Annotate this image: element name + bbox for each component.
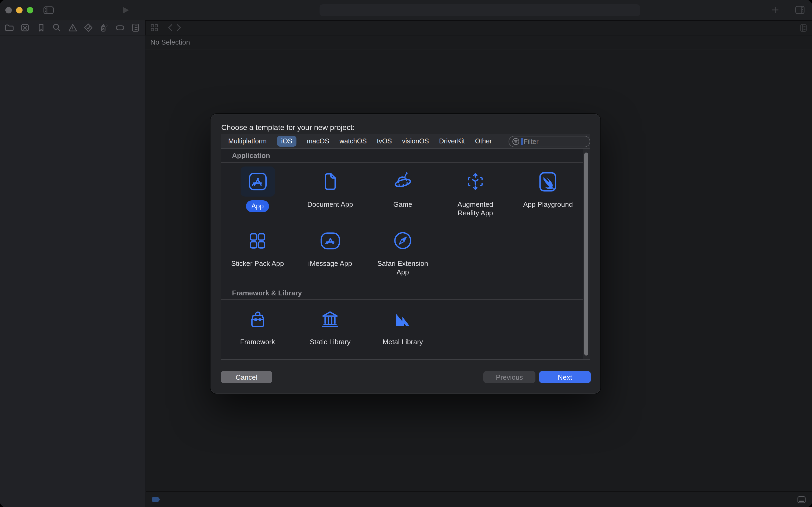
tab-other[interactable]: Other xyxy=(475,137,492,145)
reports-icon[interactable] xyxy=(131,23,140,32)
template-item-app[interactable]: App xyxy=(221,167,294,217)
filter-icon xyxy=(512,138,519,145)
breakpoint-indicator-icon[interactable] xyxy=(152,497,161,502)
bookmarks-icon[interactable] xyxy=(37,23,46,32)
sticker-grid-icon xyxy=(249,232,266,249)
inspector-toggle-icon[interactable] xyxy=(795,6,805,14)
close-button[interactable] xyxy=(5,7,12,13)
cancel-button[interactable]: Cancel xyxy=(221,371,272,383)
library-building-icon xyxy=(321,311,340,328)
template-item-sticker-pack-app[interactable]: Sticker Pack App xyxy=(221,226,294,276)
back-icon[interactable] xyxy=(168,24,172,31)
swift-bird-icon xyxy=(539,172,557,191)
template-label: App Playground xyxy=(523,200,573,209)
template-item-game[interactable]: Game xyxy=(366,167,439,217)
template-label: Sticker Pack App xyxy=(231,260,284,268)
breakpoints-icon[interactable] xyxy=(115,23,124,32)
template-item-framework[interactable]: Framework xyxy=(221,304,294,346)
debug-bar xyxy=(146,492,812,507)
issues-icon[interactable] xyxy=(68,23,77,32)
template-item-app-playground[interactable]: App Playground xyxy=(512,167,584,217)
template-label: Document App xyxy=(307,200,353,209)
template-item-document-app[interactable]: Document App xyxy=(294,167,366,217)
template-row-3: Framework Static Library xyxy=(221,304,584,346)
tab-tvos[interactable]: tvOS xyxy=(377,137,392,145)
ar-cube-icon xyxy=(466,172,485,191)
safari-compass-icon xyxy=(394,231,412,250)
tests-icon[interactable] xyxy=(84,23,93,32)
related-items-icon[interactable] xyxy=(151,24,158,31)
template-item-safari-extension-app[interactable]: Safari Extension App xyxy=(366,226,439,276)
section-header-application: Application xyxy=(221,149,584,163)
template-item-imessage-app[interactable]: iMessage App xyxy=(294,226,366,276)
editor-options-icon[interactable] xyxy=(800,24,807,32)
template-box: Multiplatform iOS macOS watchOS tvOS vis… xyxy=(221,134,590,360)
screen: No Selection Choose a template for your … xyxy=(0,0,812,507)
template-list: Application App xyxy=(221,149,584,359)
template-row-1: App Document App xyxy=(221,167,584,217)
window-toolbar xyxy=(0,0,812,21)
app-store-squircle-icon xyxy=(320,232,341,249)
ufo-icon xyxy=(391,172,415,191)
toolbox-icon xyxy=(248,310,267,328)
metal-m-icon xyxy=(393,311,412,328)
add-icon[interactable] xyxy=(772,6,779,13)
next-button[interactable]: Next xyxy=(539,371,591,383)
template-label: Safari Extension App xyxy=(373,260,433,276)
navigator-tab-strip xyxy=(0,20,146,36)
tab-driverkit[interactable]: DriverKit xyxy=(439,137,465,145)
filter-input[interactable] xyxy=(524,138,577,145)
text-caret xyxy=(521,138,523,145)
dialog-title: Choose a template for your new project: xyxy=(221,123,355,131)
template-label: Augmented Reality App xyxy=(452,200,499,217)
traffic-lights xyxy=(5,7,33,13)
sidebar-toggle-icon[interactable] xyxy=(44,6,54,14)
forward-icon[interactable] xyxy=(177,24,181,31)
project-navigator-icon[interactable] xyxy=(5,23,14,32)
app-store-icon xyxy=(248,172,267,191)
tab-watchos[interactable]: watchOS xyxy=(339,137,366,145)
toolbar-separator xyxy=(163,24,163,31)
template-label: Framework xyxy=(240,338,275,346)
activity-view xyxy=(320,4,640,16)
template-row-2: Sticker Pack App iMessage App xyxy=(221,226,584,276)
breadcrumb-text: No Selection xyxy=(151,38,190,46)
section-header-framework-library: Framework & Library xyxy=(221,286,584,300)
debug-area-toggle-icon[interactable] xyxy=(798,496,806,503)
run-button[interactable] xyxy=(122,6,129,14)
tab-visionos[interactable]: visionOS xyxy=(402,137,429,145)
scrollbar-track[interactable] xyxy=(583,149,590,359)
minimize-button[interactable] xyxy=(16,7,22,13)
scrollbar-thumb[interactable] xyxy=(584,153,588,355)
template-label: iMessage App xyxy=(308,260,352,268)
tab-ios[interactable]: iOS xyxy=(277,136,297,147)
navigator-sidebar xyxy=(0,36,146,507)
template-item-static-library[interactable]: Static Library xyxy=(294,304,366,346)
source-control-icon[interactable] xyxy=(21,23,30,32)
previous-button[interactable]: Previous xyxy=(483,371,535,383)
filter-field[interactable] xyxy=(509,136,590,147)
template-label: Game xyxy=(393,200,412,209)
debug-spray-icon[interactable] xyxy=(100,23,109,32)
xcode-window: No Selection Choose a template for your … xyxy=(0,0,812,507)
zoom-button[interactable] xyxy=(27,7,33,13)
template-label: Metal Library xyxy=(383,338,423,346)
document-icon xyxy=(323,172,338,191)
template-item-metal-library[interactable]: Metal Library xyxy=(366,304,439,346)
tab-macos[interactable]: macOS xyxy=(307,137,329,145)
template-label: App xyxy=(246,200,269,212)
template-label: Static Library xyxy=(310,338,351,346)
template-chooser-dialog: Choose a template for your new project: … xyxy=(211,114,600,394)
template-item-augmented-reality-app[interactable]: Augmented Reality App xyxy=(439,167,512,217)
breadcrumb: No Selection xyxy=(146,36,812,49)
find-icon[interactable] xyxy=(52,23,61,32)
platform-tab-bar: Multiplatform iOS macOS watchOS tvOS vis… xyxy=(221,134,590,149)
editor-bar xyxy=(146,20,812,36)
tab-multiplatform[interactable]: Multiplatform xyxy=(228,137,267,145)
